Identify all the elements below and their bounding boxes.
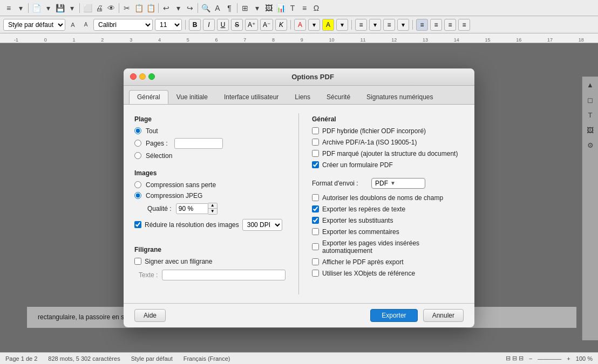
dropdown-highlight[interactable]: ▾ — [336, 19, 348, 31]
quality-stepper-up[interactable]: ▲ — [208, 203, 217, 209]
tab-interface[interactable]: Interface utilisateur — [216, 90, 287, 104]
quality-input[interactable] — [176, 203, 208, 214]
image-icon[interactable]: 🖼 — [263, 3, 274, 13]
radio-sans-perte[interactable] — [134, 181, 141, 188]
signer-checkbox[interactable] — [134, 258, 141, 265]
align-center-button[interactable]: ≡ — [430, 19, 442, 31]
reduire-checkbox[interactable] — [134, 221, 141, 228]
texte-input[interactable] — [162, 270, 286, 280]
plage-title: Plage — [134, 115, 286, 123]
dialog-titlebar: Options PDF — [124, 68, 474, 86]
italic-button[interactable]: I — [203, 19, 215, 31]
xobjets-checkbox[interactable] — [312, 270, 319, 277]
para-button[interactable]: ≡ — [383, 19, 395, 31]
tab-securite[interactable]: Sécurité — [318, 90, 358, 104]
status-zoom-out[interactable]: − — [529, 355, 532, 362]
tab-general[interactable]: Général — [129, 90, 168, 104]
exporter-button[interactable]: Exporter — [370, 309, 417, 322]
grow-button[interactable]: A⁺ — [245, 19, 258, 31]
status-lang: Français (France) — [184, 355, 230, 362]
strikethrough-button[interactable]: S — [231, 19, 243, 31]
cut-icon[interactable]: ✂ — [121, 3, 132, 13]
view-icon[interactable]: ≡ — [3, 3, 14, 13]
save-icon[interactable]: 💾 — [55, 3, 65, 13]
annuler-button[interactable]: Annuler — [423, 309, 464, 322]
linespacing-dropdown[interactable]: ▾ — [369, 19, 381, 31]
pages-input[interactable] — [174, 138, 223, 149]
style-select[interactable]: Style par défaut — [3, 19, 65, 31]
format-envoi-row: Format d'envoi : PDF ▼ — [312, 178, 464, 189]
radio-pages[interactable] — [134, 140, 141, 147]
char-icon[interactable]: A — [212, 3, 223, 13]
radio-tout[interactable] — [134, 127, 141, 134]
fontcolor-button[interactable]: A — [294, 19, 306, 31]
radio-selection[interactable] — [134, 152, 141, 159]
status-style: Style par défaut — [131, 355, 173, 362]
formulaire-checkbox[interactable] — [312, 161, 319, 168]
tab-liens[interactable]: Liens — [287, 90, 318, 104]
separator8 — [290, 20, 291, 30]
bold-button[interactable]: B — [189, 19, 201, 31]
special-icon[interactable]: Ω — [311, 3, 322, 13]
para-icon[interactable]: ¶ — [224, 3, 235, 13]
undo-icon[interactable]: ↩ — [161, 3, 172, 13]
table-dropdown[interactable]: ▾ — [252, 3, 262, 13]
table-icon[interactable]: ⊞ — [240, 3, 250, 13]
afficher-label: Afficher le PDF après export — [322, 258, 404, 266]
quality-stepper-down[interactable]: ▼ — [208, 209, 217, 214]
doublons-checkbox[interactable] — [312, 194, 319, 201]
maximize-button[interactable] — [148, 73, 155, 80]
text-icon[interactable]: T — [287, 3, 298, 13]
aide-button[interactable]: Aide — [134, 309, 166, 322]
pdf-marque-checkbox[interactable] — [312, 150, 319, 157]
dropdown-fontcolor[interactable]: ▾ — [308, 19, 320, 31]
close-button[interactable] — [130, 73, 137, 80]
align-left-button[interactable]: ≡ — [416, 19, 428, 31]
afficher-checkbox[interactable] — [312, 258, 319, 265]
commentaires-checkbox[interactable] — [312, 228, 319, 235]
size-select[interactable]: 11 — [155, 19, 182, 31]
underline-button[interactable]: U — [217, 19, 229, 31]
tab-signatures[interactable]: Signatures numériques — [358, 90, 441, 104]
open-dropdown[interactable]: ▾ — [43, 3, 53, 13]
dropdown-arrow[interactable]: ▾ — [15, 3, 26, 13]
align-justify-button[interactable]: ≡ — [458, 19, 470, 31]
commentaires-label: Exporter les commentaires — [322, 228, 399, 236]
new-icon[interactable]: 📄 — [31, 3, 42, 13]
pages-vides-checkbox[interactable] — [312, 243, 319, 250]
reduire-checkbox-row: Réduire la résolution des images 300 DPI — [134, 219, 286, 231]
copy-icon[interactable]: 📋 — [133, 3, 144, 13]
char-size-small[interactable]: A — [80, 19, 91, 30]
undo-dropdown[interactable]: ▾ — [173, 3, 184, 13]
font-select[interactable]: Calibri — [93, 19, 153, 31]
radio-jpeg[interactable] — [134, 192, 141, 199]
linespacing-button[interactable]: ≡ — [355, 19, 367, 31]
align-right-button[interactable]: ≡ — [444, 19, 456, 31]
italic2-button[interactable]: K — [275, 19, 287, 31]
char-size-large[interactable]: A — [67, 19, 78, 30]
redo-icon[interactable]: ↪ — [185, 3, 195, 13]
pdf-icon[interactable]: ⬜ — [82, 3, 93, 13]
pdf-hybride-checkbox[interactable] — [312, 127, 319, 134]
find-icon[interactable]: 🔍 — [200, 3, 211, 13]
chart-icon[interactable]: 📊 — [275, 3, 286, 13]
pdf-a1a-checkbox[interactable] — [312, 139, 319, 146]
format-dropdown-btn[interactable]: PDF ▼ — [371, 178, 425, 189]
para-dropdown[interactable]: ▾ — [397, 19, 409, 31]
radio-pages-row: Pages : — [134, 138, 286, 149]
plage-radio-group: Tout Pages : Sélection — [134, 127, 286, 160]
dpi-select[interactable]: 300 DPI — [242, 219, 282, 231]
preview-icon[interactable]: 👁 — [106, 3, 117, 13]
save-dropdown[interactable]: ▾ — [66, 3, 77, 13]
list-icon[interactable]: ≡ — [299, 3, 310, 13]
print-icon[interactable]: 🖨 — [94, 3, 105, 13]
shrink-button[interactable]: A⁻ — [260, 19, 273, 31]
tab-vue-initiale[interactable]: Vue initiale — [168, 90, 216, 104]
checkbox-pdf-hybride: PDF hybride (fichier ODF incorporé) — [312, 127, 464, 135]
minimize-button[interactable] — [139, 73, 146, 80]
substituants-checkbox[interactable] — [312, 217, 319, 224]
status-zoom-in[interactable]: + — [567, 355, 570, 362]
highlight-button[interactable]: A — [322, 19, 334, 31]
paste-icon[interactable]: 📋 — [145, 3, 156, 13]
reperes-checkbox[interactable] — [312, 205, 319, 212]
